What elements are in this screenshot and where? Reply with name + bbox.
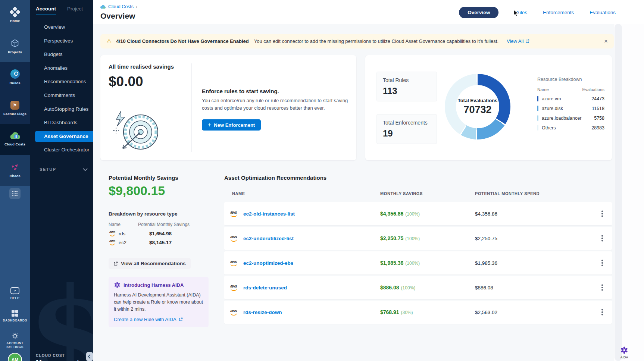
monthly-spend-cell: $2,563.02 bbox=[475, 310, 576, 315]
chevron-left-icon bbox=[88, 354, 92, 358]
row-menu-button[interactable] bbox=[598, 258, 607, 267]
tab-enforcements[interactable]: Enforcements bbox=[543, 10, 574, 15]
sidebar-setup-toggle[interactable]: SETUP bbox=[30, 161, 93, 172]
breadcrumb-label: Cloud Costs bbox=[108, 4, 134, 9]
rail-item-builds[interactable]: Builds bbox=[0, 62, 30, 93]
aida-flower-icon bbox=[620, 346, 628, 354]
tab-evaluations[interactable]: Evaluations bbox=[590, 10, 616, 15]
rail-item-label: DASHBOARDS bbox=[3, 318, 27, 323]
rail-item-feature-flags[interactable]: ⚑ Feature Flags bbox=[0, 93, 30, 124]
external-link-icon bbox=[113, 261, 118, 266]
aida-assistant-button[interactable]: AIDA bbox=[620, 346, 628, 359]
recommendation-link[interactable]: ec2-underutilized-list bbox=[243, 236, 380, 241]
sidebar-item-autostopping-rules[interactable]: AutoStopping Rules bbox=[30, 103, 93, 116]
sidebar-collapse-button[interactable] bbox=[86, 352, 93, 361]
user-avatar[interactable]: AM bbox=[8, 353, 22, 361]
sidebar-item-recommendations[interactable]: Recommendations bbox=[30, 75, 93, 89]
resource-type-columns: Name Potential Monthly Savings bbox=[109, 222, 206, 227]
resource-type-row: aws rds $1,654.98 bbox=[109, 230, 213, 236]
rail-item-home[interactable]: Home bbox=[0, 0, 30, 31]
sidebar-item-overview[interactable]: Overview bbox=[30, 21, 93, 34]
kebab-icon bbox=[601, 287, 603, 288]
banner-message: You can edit connector to add the missin… bbox=[254, 38, 498, 44]
dollar-watermark: $ bbox=[30, 260, 93, 361]
rail-item-label: ACCOUNT SETTINGS bbox=[3, 341, 27, 349]
legend-row: azure.disk 11518 bbox=[537, 106, 604, 111]
module-grid-button[interactable] bbox=[9, 188, 21, 199]
rail-item-account-settings[interactable]: ACCOUNT SETTINGS bbox=[3, 332, 27, 349]
new-enforcement-button[interactable]: New Enforcement bbox=[202, 119, 261, 131]
aws-icon: aws bbox=[229, 309, 238, 316]
external-link-icon bbox=[179, 317, 183, 321]
sidebar-item-anomalies[interactable]: Anomalies bbox=[30, 62, 93, 75]
table-row: aws rds-delete-unused $886.08(100%) $886… bbox=[224, 276, 612, 299]
asset-optimization-title: Asset Optimization Recommendations bbox=[224, 175, 612, 181]
table-row: aws ec2-underutilized-list $2,250.75(100… bbox=[224, 227, 612, 250]
table-row: aws ec2-unoptimized-ebs $1,985.36(100%) … bbox=[224, 251, 612, 274]
cloud-costs-sidebar: Account Project Overview Perspectives Bu… bbox=[30, 0, 93, 361]
close-icon[interactable]: × bbox=[604, 38, 608, 44]
rail-item-label: Builds bbox=[9, 81, 20, 85]
breadcrumb[interactable]: Cloud Costs › bbox=[100, 4, 137, 9]
aida-fab-label: AIDA bbox=[620, 355, 628, 359]
rail-item-label: Projects bbox=[8, 50, 22, 54]
sidebar-item-cluster-orchestrator[interactable]: Cluster Orchestrator bbox=[30, 143, 93, 157]
sidebar-item-commitments[interactable]: Commitments bbox=[30, 89, 93, 103]
tab-rules[interactable]: Rules bbox=[514, 10, 527, 15]
tab-account[interactable]: Account bbox=[36, 6, 56, 15]
recommendation-link[interactable]: rds-resize-down bbox=[243, 310, 380, 315]
aws-icon: aws bbox=[229, 235, 238, 242]
legend-row: Others 28983 bbox=[537, 125, 604, 131]
rail-item-chaos[interactable]: Chaos bbox=[0, 155, 30, 186]
banner-title: 4/10 Cloud Connectors Do Not Have Govern… bbox=[116, 38, 248, 44]
recommendation-link[interactable]: rds-delete-unused bbox=[243, 285, 380, 291]
realised-savings-title: All time realised savings bbox=[109, 63, 174, 70]
table-row: aws ec2-old-instances-list $4,356.86(100… bbox=[224, 202, 612, 225]
sidebar-item-budgets[interactable]: Budgets bbox=[30, 48, 93, 62]
create-rule-with-aida-link[interactable]: Create a new Rule with AIDA bbox=[114, 317, 203, 322]
rail-item-help[interactable]: HELP bbox=[10, 287, 19, 300]
card-divider bbox=[191, 63, 192, 152]
tab-overview[interactable]: Overview bbox=[459, 7, 498, 18]
rail-item-label: Feature Flags bbox=[3, 112, 26, 116]
sidebar-item-perspectives[interactable]: Perspectives bbox=[30, 34, 93, 48]
rail-item-label: Cloud Costs bbox=[4, 142, 25, 146]
legend-chip bbox=[537, 125, 538, 131]
rail-item-dashboards[interactable]: DASHBOARDS bbox=[3, 310, 27, 323]
row-menu-button[interactable] bbox=[598, 234, 607, 243]
kebab-icon bbox=[601, 213, 603, 214]
cta-title: Enforce rules to start saving. bbox=[202, 88, 279, 94]
view-all-link[interactable]: View All bbox=[507, 38, 529, 44]
rail-item-cloud-costs[interactable]: $ Cloud Costs bbox=[0, 124, 30, 155]
scope-tabs: Account Project bbox=[30, 0, 93, 15]
evaluations-donut-chart: Total Evaluations 70732 bbox=[445, 74, 510, 139]
sidebar-item-bi-dashboards[interactable]: BI Dashboards bbox=[30, 116, 93, 130]
scrollbar[interactable] bbox=[615, 24, 622, 361]
legend-row: azure.loadbalancer 5758 bbox=[537, 115, 604, 121]
monthly-spend-cell: $1,985.36 bbox=[475, 260, 576, 266]
resource-breakdown-columns: Name Evaluations bbox=[537, 87, 604, 92]
realised-savings-amount: $0.00 bbox=[109, 74, 143, 90]
donut-center: Total Evaluations 70732 bbox=[456, 85, 499, 128]
aws-icon: aws bbox=[109, 230, 116, 236]
total-rules-label: Total Rules bbox=[383, 77, 437, 83]
aida-title: Introducing Harness AIDA bbox=[124, 282, 184, 288]
row-menu-button[interactable] bbox=[598, 283, 607, 292]
sidebar-item-asset-governance[interactable]: Asset Governance bbox=[35, 131, 93, 142]
governance-warning-banner: 4/10 Cloud Connectors Do Not Have Govern… bbox=[100, 34, 614, 48]
total-enforcements-tile: Total Enforcements 19 bbox=[376, 114, 437, 144]
module-kicker: CLOUD COST bbox=[36, 354, 79, 358]
total-rules-value: 113 bbox=[383, 86, 437, 96]
rail-item-label: Home bbox=[10, 19, 20, 23]
legend-chip bbox=[537, 96, 538, 101]
recommendation-link[interactable]: ec2-old-instances-list bbox=[243, 211, 380, 217]
tab-project[interactable]: Project bbox=[67, 6, 83, 15]
view-all-recommendations-button[interactable]: View all Recommendations bbox=[109, 258, 191, 269]
rail-item-projects[interactable]: Projects bbox=[0, 31, 30, 62]
total-enforcements-value: 19 bbox=[383, 128, 437, 139]
recommendation-link[interactable]: ec2-unoptimized-ebs bbox=[243, 260, 380, 266]
cloud-dollar-icon: $ bbox=[9, 132, 21, 140]
row-menu-button[interactable] bbox=[598, 308, 607, 317]
monthly-savings-cell: $2,250.75(100%) bbox=[380, 235, 475, 242]
row-menu-button[interactable] bbox=[598, 209, 607, 218]
